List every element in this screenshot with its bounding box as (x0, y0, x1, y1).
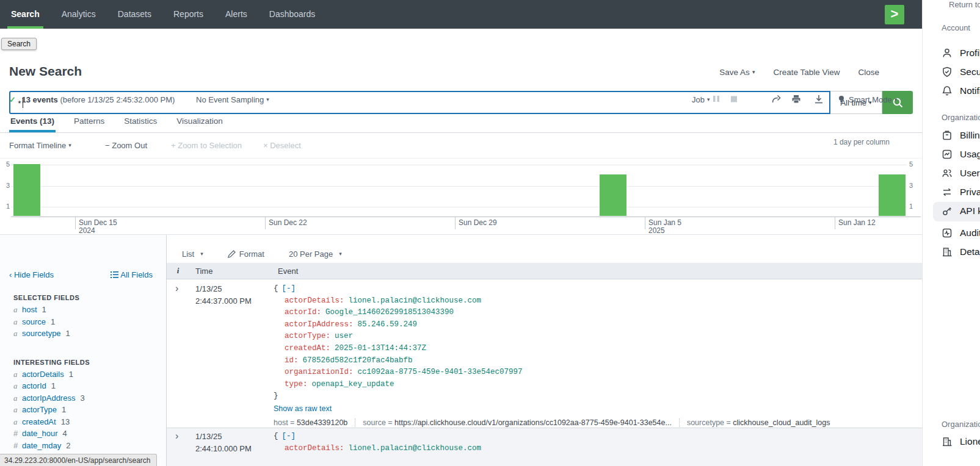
timeline-scale-note: 1 day per column (833, 138, 890, 146)
nav-datasets[interactable]: Datasets (107, 0, 162, 29)
list-icon (111, 271, 118, 278)
json-line: actorTypeuser (274, 331, 922, 343)
field-actorType[interactable]: aactorType1 (0, 405, 166, 417)
menu-item-details[interactable]: Details (942, 246, 980, 257)
format-dropdown[interactable]: Format (228, 245, 264, 263)
section-organization: Organization (942, 113, 980, 122)
histogram-bar[interactable] (879, 174, 906, 216)
users-icon (942, 168, 953, 179)
field-source[interactable]: asource1 (0, 317, 166, 329)
interesting-fields-title: INTERESTING FIELDS (13, 359, 166, 366)
pause-icon[interactable] (713, 95, 720, 103)
json-line: typeopenapi_key_update (274, 379, 922, 391)
field-actorId[interactable]: aactorId1 (0, 381, 166, 393)
nav-analytics[interactable]: Analytics (51, 0, 107, 29)
shield-icon (942, 66, 953, 77)
print-icon[interactable] (791, 95, 801, 104)
tab-events[interactable]: Events (13) (9, 111, 56, 132)
menu-item-usage[interactable]: Usage (942, 149, 980, 160)
per-page-dropdown[interactable]: 20 Per Page▾ (289, 245, 342, 263)
menu-item-api-keys[interactable]: API keys (942, 206, 980, 217)
menu-item-billing[interactable]: Billing (942, 130, 980, 141)
field-date_hour[interactable]: #date_hour4 (0, 429, 166, 441)
job-menu[interactable]: Job▾ (692, 95, 710, 104)
format-timeline-dropdown[interactable]: Format Timeline▾ (9, 141, 71, 150)
save-as-button[interactable]: Save As▾ (719, 68, 755, 77)
page-title: New Search (9, 64, 82, 79)
menu-item-audit[interactable]: Audit (942, 228, 980, 238)
list-view-dropdown[interactable]: List▾ (182, 245, 203, 263)
chevron-down-icon: ▾ (266, 96, 269, 102)
event-row: › 1/13/25 2:44:10.000 PM {[-] actorDetai… (167, 428, 922, 466)
fields-sidebar: ‹ Hide Fields All Fields SELECTED FIELDS… (0, 235, 167, 466)
pencil-icon (228, 250, 236, 258)
tab-patterns[interactable]: Patterns (73, 111, 106, 132)
menu-item-profile[interactable]: Profile (942, 48, 980, 59)
create-table-view-button[interactable]: Create Table View (773, 68, 840, 77)
splunk-logo-icon[interactable]: > (885, 5, 904, 24)
nav-dashboards[interactable]: Dashboards (258, 0, 327, 29)
search-mode-dropdown[interactable]: Smart Mode▾ (849, 95, 897, 104)
col-event: Event (272, 267, 922, 276)
expand-event-icon[interactable]: › (175, 283, 178, 293)
splunk-window: Search Analytics Datasets Reports Alerts… (0, 0, 922, 466)
deselect-button: × Deselect (263, 141, 301, 150)
meta-sourcetype: sourcetypeclickhouse_cloud_audit_logs (679, 418, 838, 427)
field-createdAt[interactable]: acreatedAt13 (0, 417, 166, 429)
key-icon (942, 206, 953, 217)
zoom-out-button[interactable]: − Zoom Out (105, 141, 147, 150)
menu-item-security[interactable]: Security (942, 66, 980, 77)
search-tooltip: Search (1, 38, 37, 50)
json-line: organizationIdcc1092aa-8775-459e-9401-33… (274, 367, 922, 379)
col-time: Time (189, 267, 272, 276)
tab-visualization[interactable]: Visualization (175, 111, 224, 132)
share-icon[interactable] (771, 95, 782, 104)
field-actorIpAddress[interactable]: aactorIpAddress3 (0, 393, 166, 406)
list-format-toolbar: List▾ Format 20 Per Page▾ (167, 235, 922, 263)
menu-item-notifications[interactable]: Notifications (942, 85, 980, 96)
field-date_mday[interactable]: #date_mday2 (0, 441, 166, 453)
json-open-line: {[-] (274, 283, 922, 295)
hide-fields-link[interactable]: ‹ Hide Fields (9, 270, 54, 279)
menu-item-users[interactable]: Users (942, 168, 980, 179)
stop-icon[interactable] (730, 95, 738, 103)
nav-alerts[interactable]: Alerts (214, 0, 258, 29)
lightbulb-icon (838, 95, 845, 104)
chevron-down-icon: ▾ (895, 96, 898, 102)
menu-item-organization-lionel[interactable]: Lionel (942, 436, 980, 447)
check-icon: ✓ (9, 95, 16, 104)
event-date: 1/13/25 (195, 283, 272, 295)
histogram-bar[interactable] (600, 174, 626, 216)
browser-status-url: 34.29.223.20:8000/en-US/app/search/searc… (0, 454, 157, 466)
field-sourcetype[interactable]: asourcetype1 (0, 329, 166, 341)
tab-statistics[interactable]: Statistics (123, 111, 158, 132)
all-fields-link[interactable]: All Fields (111, 270, 153, 279)
show-raw-text-link[interactable]: Show as raw text (274, 404, 332, 413)
field-actorDetails[interactable]: aactorDetails1 (0, 370, 166, 382)
event-time: 2:44:37.000 PM (195, 295, 272, 307)
json-collapse-link[interactable]: [-] (282, 432, 296, 440)
json-collapse-link[interactable]: [-] (282, 284, 296, 293)
events-list: List▾ Format 20 Per Page▾ i Time Event ›… (167, 235, 922, 466)
col-info: i (167, 266, 189, 276)
nav-reports[interactable]: Reports (162, 0, 214, 29)
field-host[interactable]: ahost1 (0, 305, 166, 317)
meta-source: sourcehttps://api.clickhouse.cloud/v1/or… (355, 418, 679, 427)
close-button[interactable]: Close (858, 68, 879, 77)
json-line: createdAt2025-01-13T14:44:37Z (274, 343, 922, 355)
menu-item-private-endpoints[interactable]: Private endpoints (942, 187, 980, 198)
expand-event-icon[interactable]: › (175, 431, 178, 441)
json-open-line: {[-] (274, 431, 922, 443)
json-close-line: } (274, 390, 922, 403)
chevron-down-icon: ▾ (752, 69, 755, 75)
json-line: id678526d582c1f20fac4babfb (274, 355, 922, 367)
return-to-link[interactable]: Return to (949, 0, 980, 9)
json-line: actorDetailslionel.palacin@clickhouse.co… (274, 295, 922, 307)
event-sampling-dropdown[interactable]: No Event Sampling▾ (196, 95, 269, 104)
usage-icon (942, 149, 953, 160)
histogram-bar[interactable] (13, 164, 40, 216)
building-icon (942, 436, 953, 447)
export-icon[interactable] (814, 95, 824, 104)
nav-search[interactable]: Search (0, 0, 51, 29)
json-line: actorDetailslionel.palacin@clickhouse.co… (274, 443, 922, 455)
